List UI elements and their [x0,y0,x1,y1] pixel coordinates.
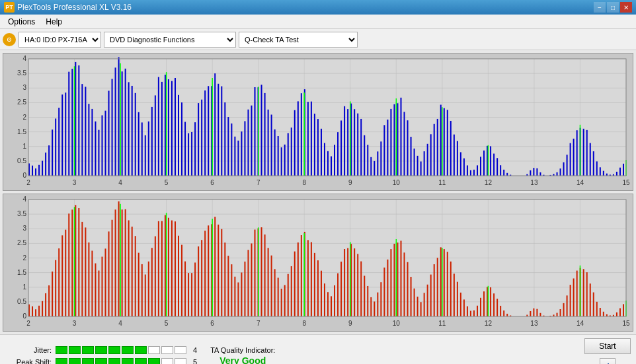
progress-segment [56,346,67,354]
progress-segment [148,358,160,364]
toolbar: ⊙ HA:0 ID:0 PX-716A DVD Diagnostic Funct… [0,29,636,50]
progress-segment [161,358,173,364]
jitter-label: Jitter: [5,346,52,354]
jitter-progress [56,346,186,354]
title-bar: PT PlexTools Professional XL V3.16 − □ ✕ [0,0,636,15]
progress-segment [135,358,147,364]
progress-segment [122,358,134,364]
title-text: PlexTools Professional XL V3.16 [17,3,594,12]
jitter-value: 4 [193,346,197,354]
progress-segment [175,358,186,364]
window-controls: − □ ✕ [594,2,632,13]
app-icon: PT [4,2,15,13]
minimize-button[interactable]: − [594,2,606,13]
bottom-chart-canvas [3,194,633,331]
peak-shift-value: 5 [193,358,197,364]
drive-icon: ⊙ [3,33,16,46]
jitter-row: Jitter: 4 [5,346,197,354]
top-chart-canvas [3,54,633,190]
close-button[interactable]: ✕ [620,2,632,13]
peak-shift-progress [56,358,186,364]
progress-segment [135,346,147,354]
progress-segment [175,346,186,354]
test-select[interactable]: Q-Check TA Test [239,32,358,48]
progress-segment [122,346,134,354]
ta-quality-value: Very Good [219,355,266,364]
info-button[interactable]: i [600,358,616,364]
progress-segment [69,346,81,354]
progress-segment [95,358,107,364]
progress-segment [108,346,120,354]
progress-segment [82,358,94,364]
progress-segment [95,346,107,354]
ta-quality-area: TA Quality Indicator: Very Good [210,346,275,364]
top-chart [3,53,633,191]
charts-area [0,50,636,334]
progress-segment [69,358,81,364]
drive-select[interactable]: HA:0 ID:0 PX-716A [19,32,101,48]
progress-segment [148,346,160,354]
function-select[interactable]: DVD Diagnostic Functions [104,32,236,48]
peak-shift-row: Peak Shift: 5 [5,358,197,364]
progress-segment [56,358,67,364]
menu-bar: Options Help [0,15,636,29]
drive-select-container: ⊙ HA:0 ID:0 PX-716A [3,32,101,48]
peak-shift-label: Peak Shift: [5,358,52,364]
menu-options[interactable]: Options [3,16,40,28]
maximize-button[interactable]: □ [607,2,619,13]
menu-help[interactable]: Help [40,16,67,28]
start-button[interactable]: Start [584,338,631,354]
progress-segment [108,358,120,364]
bottom-chart [3,194,633,332]
ta-quality-label: TA Quality Indicator: [210,346,275,354]
metrics-area: Jitter: 4 Peak Shift: 5 [5,346,197,364]
progress-segment [82,346,94,354]
bottom-panel: Jitter: 4 Peak Shift: 5 TA Quality Indic… [0,334,636,364]
start-btn-area: Start i [584,338,631,364]
progress-segment [161,346,173,354]
